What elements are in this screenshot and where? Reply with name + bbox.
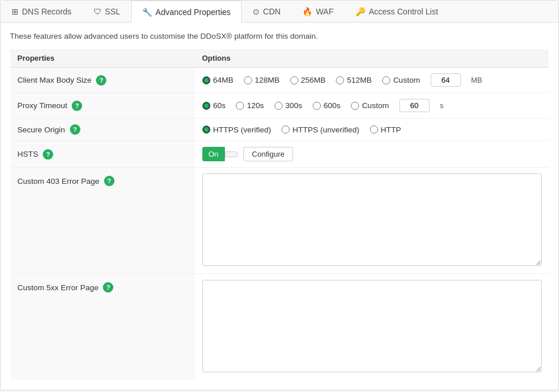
- tab-advanced-properties-label: Advanced Properties: [156, 8, 231, 17]
- radio-input-120s[interactable]: [236, 102, 244, 110]
- tab-ssl[interactable]: 🛡 SSL: [83, 1, 131, 22]
- custom-5xx-textarea[interactable]: [202, 280, 542, 372]
- radio-input-512mb[interactable]: [336, 76, 344, 84]
- cdn-icon: ⊙: [253, 7, 260, 16]
- prop-label-custom-5xx: Custom 5xx Error Page: [17, 283, 98, 292]
- table-row: Proxy Timeout ? 60s 120s: [10, 93, 549, 119]
- prop-cell-custom-403: Custom 403 Error Page ?: [10, 168, 195, 274]
- radio-input-256mb[interactable]: [290, 76, 298, 84]
- col-header-options: Options: [195, 49, 549, 68]
- table-row: HSTS ? On Configure: [10, 141, 549, 168]
- help-icon-proxy-timeout[interactable]: ?: [72, 101, 82, 111]
- tab-ssl-label: SSL: [105, 7, 120, 16]
- radio-512mb[interactable]: 512MB: [336, 76, 372, 84]
- radio-custom-timeout[interactable]: Custom: [351, 101, 389, 110]
- custom-body-size-input[interactable]: [431, 73, 461, 87]
- radio-256mb[interactable]: 256MB: [290, 76, 326, 84]
- waf-icon: 🔥: [302, 7, 312, 16]
- prop-cell-proxy-timeout: Proxy Timeout ?: [10, 93, 195, 119]
- radio-input-60s[interactable]: [202, 102, 210, 110]
- radio-https-verified[interactable]: HTTPS (verified): [202, 125, 272, 134]
- tab-advanced-properties[interactable]: 🔧 Advanced Properties: [131, 1, 242, 23]
- timeout-unit: s: [440, 101, 444, 110]
- tab-waf[interactable]: 🔥 WAF: [291, 1, 345, 22]
- dns-records-icon: ⊞: [12, 7, 18, 16]
- prop-label-custom-403: Custom 403 Error Page: [17, 177, 99, 186]
- ssl-icon: 🛡: [94, 7, 102, 16]
- prop-cell-secure-origin: Secure Origin ?: [10, 119, 195, 141]
- custom-403-textarea[interactable]: [202, 173, 542, 266]
- prop-label-proxy-timeout: Proxy Timeout: [17, 101, 67, 110]
- content-area: These features allow advanced users to c…: [1, 23, 558, 390]
- prop-label-hsts: HSTS: [17, 150, 38, 158]
- radio-input-https-unverified[interactable]: [282, 125, 290, 134]
- custom-timeout-input[interactable]: [399, 99, 430, 112]
- radio-64mb[interactable]: 64MB: [202, 76, 234, 84]
- tab-access-control-list-label: Access Control List: [369, 7, 438, 16]
- body-size-unit: MB: [471, 76, 483, 84]
- page-description: These features allow advanced users to c…: [10, 32, 549, 40]
- radio-input-custom-timeout[interactable]: [351, 102, 359, 110]
- radio-input-128mb[interactable]: [244, 76, 252, 84]
- radio-input-64mb[interactable]: [202, 76, 210, 84]
- radio-http[interactable]: HTTP: [370, 125, 401, 134]
- options-cell-custom-5xx: [195, 274, 549, 380]
- help-icon-custom-5xx[interactable]: ?: [103, 282, 113, 293]
- options-cell-secure-origin: HTTPS (verified) HTTPS (unverified) HTTP: [195, 119, 549, 141]
- options-cell-proxy-timeout: 60s 120s 300s 600s: [195, 93, 549, 119]
- radio-600s[interactable]: 600s: [313, 101, 340, 110]
- col-header-properties: Properties: [10, 49, 195, 68]
- tab-cdn-label: CDN: [263, 7, 280, 16]
- radio-128mb[interactable]: 128MB: [244, 76, 280, 84]
- table-row: Custom 5xx Error Page ?: [10, 274, 549, 380]
- radio-input-http[interactable]: [370, 125, 378, 134]
- prop-cell-custom-5xx: Custom 5xx Error Page ?: [10, 274, 195, 380]
- radio-120s[interactable]: 120s: [236, 101, 264, 110]
- options-cell-client-max-body-size: 64MB 128MB 256MB 512MB: [195, 68, 549, 93]
- prop-label-client-max-body-size: Client Max Body Size: [17, 76, 91, 84]
- properties-table: Properties Options Client Max Body Size …: [10, 49, 549, 380]
- advanced-properties-icon: 🔧: [142, 8, 152, 17]
- main-container: ⊞ DNS Records 🛡 SSL 🔧 Advanced Propertie…: [0, 0, 559, 390]
- prop-cell-client-max-body-size: Client Max Body Size ?: [10, 68, 195, 93]
- radio-300s[interactable]: 300s: [275, 101, 302, 110]
- prop-cell-hsts: HSTS ?: [10, 141, 195, 168]
- options-cell-custom-403: [195, 168, 549, 274]
- tab-bar: ⊞ DNS Records 🛡 SSL 🔧 Advanced Propertie…: [1, 1, 558, 23]
- hsts-configure-button[interactable]: Configure: [243, 147, 293, 161]
- tab-waf-label: WAF: [316, 7, 334, 16]
- tab-dns-records-label: DNS Records: [22, 7, 72, 16]
- help-icon-hsts[interactable]: ?: [43, 149, 53, 160]
- tab-access-control-list[interactable]: 🔑 Access Control List: [345, 1, 449, 22]
- table-row: Secure Origin ? HTTPS (verified) HTTPS (…: [10, 119, 549, 141]
- radio-input-custom-body[interactable]: [382, 76, 390, 84]
- options-cell-hsts: On Configure: [195, 141, 549, 168]
- table-row: Custom 403 Error Page ?: [10, 168, 549, 274]
- help-icon-secure-origin[interactable]: ?: [70, 124, 80, 135]
- radio-input-https-verified[interactable]: [202, 125, 210, 134]
- radio-https-unverified[interactable]: HTTPS (unverified): [282, 125, 360, 134]
- hsts-on-button[interactable]: On: [202, 147, 225, 161]
- radio-custom-body[interactable]: Custom: [382, 76, 420, 84]
- hsts-toggle-button[interactable]: On: [202, 147, 238, 161]
- radio-input-600s[interactable]: [313, 102, 321, 110]
- radio-input-300s[interactable]: [275, 102, 283, 110]
- radio-60s[interactable]: 60s: [202, 101, 226, 110]
- table-row: Client Max Body Size ? 64MB 128MB: [10, 68, 549, 93]
- help-icon-custom-403[interactable]: ?: [104, 176, 114, 186]
- access-control-list-icon: 🔑: [356, 7, 365, 16]
- hsts-toggle-group: On Configure: [202, 147, 542, 161]
- tab-cdn[interactable]: ⊙ CDN: [242, 1, 291, 22]
- hsts-off-button[interactable]: [225, 151, 238, 157]
- help-icon-client-max-body-size[interactable]: ?: [96, 75, 106, 86]
- tab-dns-records[interactable]: ⊞ DNS Records: [1, 1, 83, 22]
- prop-label-secure-origin: Secure Origin: [17, 125, 65, 134]
